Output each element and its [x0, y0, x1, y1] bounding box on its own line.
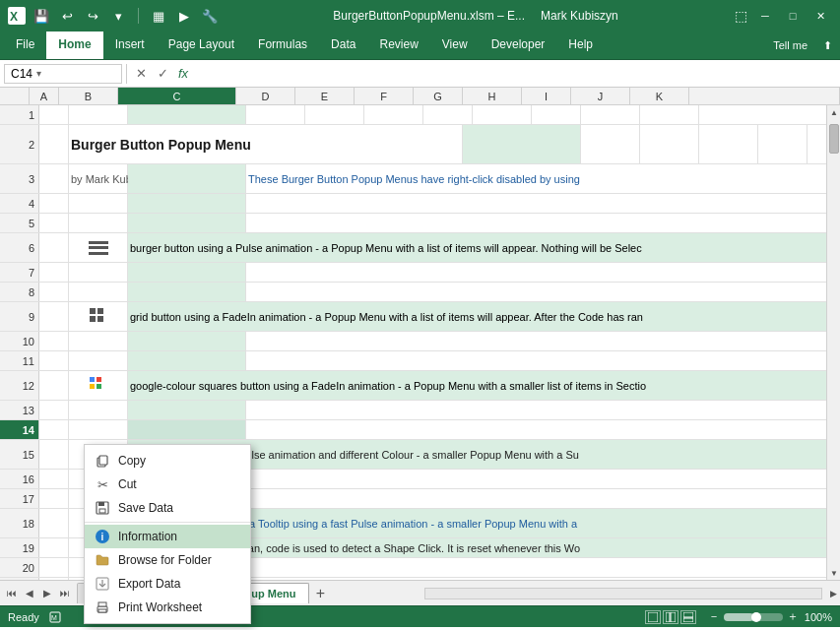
cell-rest-14[interactable]	[246, 420, 840, 439]
cell-a7[interactable]	[39, 263, 69, 282]
cell-b9[interactable]	[69, 302, 128, 331]
cell-rest-17[interactable]	[246, 489, 840, 508]
menu-item-browse-folder[interactable]: Browse for Folder	[85, 548, 250, 572]
cell-e2[interactable]	[640, 125, 699, 163]
col-header-b[interactable]: B	[59, 88, 118, 104]
cell-a17[interactable]	[39, 489, 69, 508]
col-header-a[interactable]: A	[30, 88, 59, 104]
scroll-up-btn[interactable]: ▲	[827, 105, 840, 119]
cell-rest-4[interactable]	[246, 194, 840, 213]
cell-f1[interactable]	[364, 105, 423, 124]
cell-reference-box[interactable]: C14 ▾	[4, 64, 122, 84]
cell-b10[interactable]	[69, 332, 128, 350]
cell-a4[interactable]	[39, 194, 69, 213]
tab-developer[interactable]: Developer	[480, 32, 557, 59]
cell-a12[interactable]	[39, 371, 69, 400]
share-icon[interactable]: ⬆	[823, 39, 832, 52]
menu-item-save-data[interactable]: Save Data	[85, 496, 250, 520]
tab-nav-right-right[interactable]: ⏭	[57, 586, 73, 601]
cell-a1[interactable]	[39, 105, 69, 124]
cell-c2[interactable]	[463, 125, 581, 163]
col-header-more[interactable]	[689, 88, 840, 104]
cell-ref-dropdown[interactable]: ▾	[36, 68, 41, 79]
h-scroll-track[interactable]	[424, 588, 823, 599]
cell-c6[interactable]: burger button using a Pulse animation - …	[128, 233, 840, 262]
cell-b14[interactable]	[69, 420, 128, 439]
cell-a13[interactable]	[39, 401, 69, 419]
cell-d2[interactable]	[581, 125, 640, 163]
cell-i1[interactable]	[532, 105, 581, 124]
minimize-button[interactable]: ─	[753, 4, 777, 28]
customize-qat-icon[interactable]: ▾	[108, 6, 128, 26]
cell-b2[interactable]: Burger Button Popup Menu	[69, 125, 463, 163]
page-break-view-btn[interactable]	[680, 610, 696, 624]
col-header-c[interactable]: C	[118, 88, 236, 104]
form-icon[interactable]: ▦	[149, 6, 168, 26]
page-layout-btn[interactable]	[663, 610, 678, 624]
cell-rest-10[interactable]	[246, 332, 840, 350]
cell-b3[interactable]: by Mark Kubiszyn	[69, 164, 128, 193]
cell-a10[interactable]	[39, 332, 69, 350]
tab-pagelayout[interactable]: Page Layout	[157, 32, 246, 59]
cell-c14[interactable]	[128, 420, 246, 439]
cell-c1[interactable]	[128, 105, 246, 124]
zoom-handle[interactable]	[751, 612, 761, 622]
cell-b7[interactable]	[69, 263, 128, 282]
cell-a20[interactable]	[39, 558, 69, 577]
tab-data[interactable]: Data	[319, 32, 367, 59]
cell-b1[interactable]	[69, 105, 128, 124]
cell-a14[interactable]	[39, 420, 69, 439]
cell-h1[interactable]	[473, 105, 532, 124]
menu-item-information[interactable]: i Information	[85, 525, 250, 548]
cell-a9[interactable]	[39, 302, 69, 331]
cell-c10[interactable]	[128, 332, 246, 350]
tab-formulas[interactable]: Formulas	[246, 32, 319, 59]
tell-me-label[interactable]: Tell me	[773, 39, 808, 51]
cell-a2[interactable]	[39, 125, 69, 163]
cell-d1[interactable]	[246, 105, 305, 124]
cell-c4[interactable]	[128, 194, 246, 213]
cell-rest-8[interactable]	[246, 283, 840, 301]
cell-rest-16[interactable]	[246, 470, 840, 488]
cell-c9[interactable]: grid button using a FadeIn animation - a…	[128, 302, 840, 331]
cell-a15[interactable]	[39, 440, 69, 469]
tool-icon[interactable]: 🔧	[200, 6, 220, 26]
col-header-j[interactable]: J	[571, 88, 630, 104]
cell-a3[interactable]	[39, 164, 69, 193]
tab-nav-right[interactable]: ▶	[39, 586, 55, 601]
cell-a19[interactable]	[39, 538, 69, 557]
add-sheet-button[interactable]: +	[311, 584, 331, 603]
h-scroll-right[interactable]: ▶	[826, 587, 840, 600]
formula-input[interactable]	[194, 67, 836, 81]
cell-b13[interactable]	[69, 401, 128, 419]
scroll-thumb[interactable]	[829, 124, 839, 154]
cell-a5[interactable]	[39, 214, 69, 232]
cell-a16[interactable]	[39, 470, 69, 488]
menu-item-cut[interactable]: ✂ Cut	[85, 472, 250, 496]
maximize-button[interactable]: □	[781, 4, 805, 28]
cancel-formula-btn[interactable]: ✕	[131, 64, 151, 84]
cell-a21[interactable]	[39, 578, 69, 580]
cell-b8[interactable]	[69, 283, 128, 301]
cell-g1[interactable]	[423, 105, 473, 124]
cell-rest-20[interactable]	[246, 558, 840, 577]
col-header-k[interactable]: K	[630, 88, 689, 104]
cell-a6[interactable]	[39, 233, 69, 262]
col-header-d[interactable]: D	[236, 88, 295, 104]
macro-icon[interactable]: ▶	[174, 6, 194, 26]
cell-rest-11[interactable]	[246, 351, 840, 370]
cell-b4[interactable]	[69, 194, 128, 213]
cell-c3[interactable]	[128, 164, 246, 193]
tab-nav-left-left[interactable]: ⏮	[4, 586, 20, 601]
cell-j1[interactable]	[581, 105, 640, 124]
cell-rest-5[interactable]	[246, 214, 840, 232]
cell-c5[interactable]	[128, 214, 246, 232]
zoom-in-btn[interactable]: ＋	[787, 608, 799, 625]
cell-rest-1[interactable]	[699, 105, 840, 124]
cell-b11[interactable]	[69, 351, 128, 370]
undo-icon[interactable]: ↩	[57, 6, 77, 26]
zoom-slider[interactable]	[724, 613, 783, 621]
cell-c12[interactable]: google-colour squares button using a Fad…	[128, 371, 840, 400]
tab-home[interactable]: Home	[46, 32, 102, 59]
cell-b5[interactable]	[69, 214, 128, 232]
